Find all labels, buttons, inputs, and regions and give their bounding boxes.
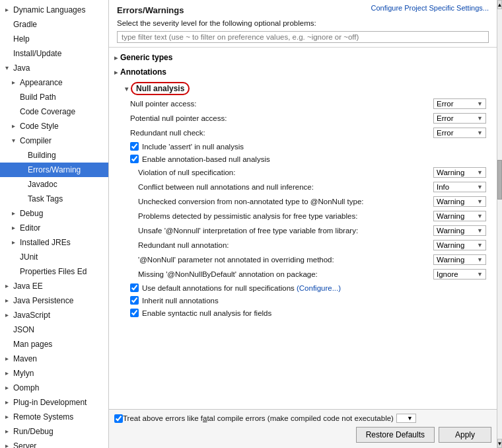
arrow-icon: ▾: [12, 135, 18, 147]
filter-input[interactable]: [117, 31, 489, 43]
sidebar-item-building[interactable]: Building: [0, 148, 108, 163]
sidebar-item-task-tags[interactable]: Task Tags: [0, 192, 108, 206]
scroll-thumb[interactable]: [497, 160, 502, 200]
treat-errors-row: Treat above errors like fatal compile er…: [114, 414, 491, 423]
unchecked-conversion-dropdown[interactable]: Warning ▼: [433, 196, 486, 207]
nonnull-param-not-annotated-row: '@NonNull' parameter not annotated in ov…: [114, 252, 491, 267]
unsafe-nonnull-row: Unsafe '@Nonnull' interpretation of free…: [114, 223, 491, 238]
potential-null-pointer-dropdown[interactable]: Error ▼: [433, 113, 486, 124]
sidebar-item-label: Remote Systems: [13, 411, 73, 423]
sidebar-item-code-style[interactable]: ▸Code Style: [0, 119, 108, 133]
sidebar-item-mylyn[interactable]: ▸Mylyn: [0, 366, 108, 381]
sidebar-item-label: Editor: [20, 222, 40, 234]
unsafe-nonnull-dropdown[interactable]: Warning ▼: [433, 225, 486, 236]
sidebar-item-appearance[interactable]: ▸Appearance: [0, 75, 108, 90]
sidebar-item-java[interactable]: ▾Java: [0, 61, 108, 75]
sidebar-item-plug-in-development[interactable]: ▸Plug-in Development: [0, 395, 108, 410]
sidebar-item-remote-systems[interactable]: ▸Remote Systems: [0, 410, 108, 424]
arrow-icon: ▸: [5, 396, 12, 408]
arrow-icon: ▸: [5, 426, 12, 437]
sidebar-item-java-persistence[interactable]: ▸Java Persistence: [0, 293, 108, 308]
sidebar-item-json[interactable]: JSON: [0, 322, 108, 337]
buttons-row: Restore Defaults Apply: [114, 426, 491, 444]
sidebar-item-label: Run/Debug: [13, 426, 54, 437]
arrow-icon: ▸: [12, 120, 18, 132]
chevron-down-icon: ▼: [477, 100, 483, 107]
settings-scroll-area: ▸ Generic types ▸ Annotations ▾ Null ana…: [109, 48, 497, 409]
inherit-null-annotations-checkbox[interactable]: [130, 296, 139, 305]
configure-project-link[interactable]: Configure Project Specific Settings...: [371, 4, 489, 12]
sidebar-item-code-coverage[interactable]: Code Coverage: [0, 104, 108, 119]
sidebar-item-maven[interactable]: ▸Maven: [0, 352, 108, 366]
sidebar-item-compiler[interactable]: ▾Compiler: [0, 133, 108, 148]
chevron-down-icon8: ▼: [477, 227, 483, 234]
sidebar-item-installed-jres[interactable]: ▸Installed JREs: [0, 235, 108, 250]
nonnull-param-not-annotated-dropdown[interactable]: Warning ▼: [433, 254, 486, 265]
sidebar-item-install-update[interactable]: Install/Update: [0, 46, 108, 61]
enable-syntactic-null-label: Enable syntactic null analysis for field…: [142, 309, 271, 317]
null-pointer-access-dropdown[interactable]: Error ▼: [433, 98, 486, 109]
sidebar-item-man-pages[interactable]: Man pages: [0, 337, 108, 352]
use-default-annotations-row: Use default annotations for null specifi…: [114, 281, 491, 294]
potential-null-pointer-label: Potential null pointer access:: [130, 114, 433, 122]
conflict-null-annotations-value: Info: [437, 183, 449, 191]
sidebar-item-oomph[interactable]: ▸Oomph: [0, 381, 108, 395]
sidebar-item-build-path[interactable]: Build Path: [0, 90, 108, 104]
enable-annotation-based-checkbox[interactable]: [130, 155, 139, 163]
annotations-header[interactable]: ▸ Annotations: [114, 66, 491, 78]
sidebar-item-properties-files[interactable]: Properties Files Ed: [0, 264, 108, 279]
unchecked-conversion-row: Unchecked conversion from non-annotated …: [114, 194, 491, 209]
generic-types-arrow: ▸: [114, 54, 118, 61]
sidebar-item-label: Java EE: [13, 280, 43, 292]
sidebar-item-javadoc[interactable]: Javadoc: [0, 177, 108, 192]
null-analysis-label: Null analysis: [131, 82, 190, 95]
sidebar-item-run-debug[interactable]: ▸Run/Debug: [0, 424, 108, 439]
arrow-icon: ▸: [12, 222, 18, 234]
chevron-down-icon6: ▼: [477, 198, 483, 205]
treat-errors-dropdown[interactable]: ▼: [396, 414, 416, 423]
enable-syntactic-null-checkbox[interactable]: [130, 309, 139, 317]
sidebar-item-junit[interactable]: JUnit: [0, 250, 108, 264]
enable-syntactic-null-row: Enable syntactic null analysis for field…: [114, 307, 491, 319]
violation-null-spec-value: Warning: [437, 168, 464, 176]
problems-pessimistic-dropdown[interactable]: Warning ▼: [433, 211, 486, 221]
sidebar-item-help[interactable]: Help: [0, 32, 108, 46]
use-default-annotations-checkbox[interactable]: [130, 283, 139, 292]
sidebar-item-server[interactable]: ▸Server: [0, 439, 108, 448]
missing-nonnullbydefault-dropdown[interactable]: Ignore ▼: [433, 269, 486, 280]
sidebar-item-label: Java: [13, 62, 30, 74]
potential-null-pointer-row: Potential null pointer access: Error ▼: [114, 111, 491, 126]
unchecked-conversion-value: Warning: [437, 198, 464, 205]
chevron-down-icon3: ▼: [477, 130, 483, 136]
sidebar-item-java-ee[interactable]: ▸Java EE: [0, 279, 108, 293]
redundant-null-annotation-label: Redundant null annotation:: [138, 241, 433, 249]
scroll-up-button[interactable]: ▲: [497, 0, 502, 9]
treat-errors-checkbox[interactable]: [114, 414, 123, 423]
null-analysis-header[interactable]: ▾ Null analysis: [114, 81, 491, 96]
sidebar-item-label: Help: [13, 33, 30, 45]
scroll-down-button[interactable]: ▼: [497, 439, 502, 448]
violation-null-spec-dropdown[interactable]: Warning ▼: [433, 167, 486, 178]
sidebar-item-editor[interactable]: ▸Editor: [0, 221, 108, 235]
generic-types-header[interactable]: ▸ Generic types: [114, 52, 491, 63]
sidebar-item-label: Debug: [20, 207, 43, 219]
sidebar-item-gradle[interactable]: Gradle: [0, 17, 108, 32]
bottom-bar: Treat above errors like fatal compile er…: [109, 409, 497, 448]
missing-nonnullbydefault-label: Missing '@NonNullByDefault' annotation o…: [138, 270, 433, 278]
sidebar-item-dynamic-languages[interactable]: ▸Dynamic Languages: [0, 3, 108, 17]
sidebar-item-javascript[interactable]: ▸JavaScript: [0, 308, 108, 322]
sidebar-item-errors-warnings[interactable]: Errors/Warning: [0, 163, 108, 177]
annotations-label: Annotations: [120, 67, 166, 77]
conflict-null-annotations-dropdown[interactable]: Info ▼: [433, 182, 486, 192]
redundant-null-check-value: Error: [437, 129, 454, 137]
redundant-null-check-label: Redundant null check:: [130, 129, 433, 137]
include-assert-checkbox[interactable]: [130, 142, 139, 151]
sidebar-item-label: JSON: [13, 324, 34, 336]
apply-button[interactable]: Apply: [439, 427, 491, 443]
configure-link[interactable]: (Configure...): [297, 284, 341, 292]
restore-defaults-button[interactable]: Restore Defaults: [356, 427, 435, 443]
redundant-null-check-dropdown[interactable]: Error ▼: [433, 128, 486, 138]
sidebar-item-debug[interactable]: ▸Debug: [0, 206, 108, 221]
use-default-annotations-label: Use default annotations for null specifi…: [142, 284, 341, 292]
redundant-null-annotation-dropdown[interactable]: Warning ▼: [433, 240, 486, 250]
